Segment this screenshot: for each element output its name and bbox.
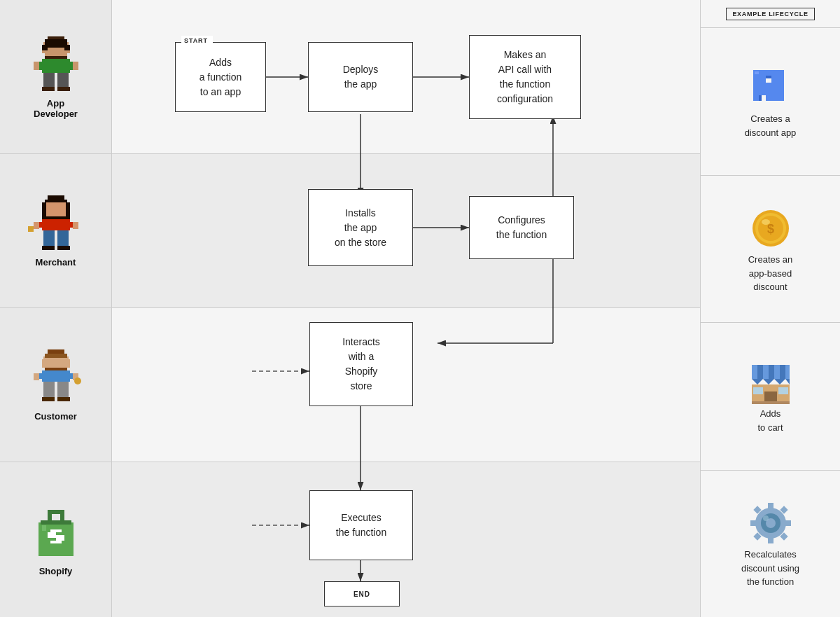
- execute-box: Executesthe function: [309, 490, 413, 560]
- svg-rect-69: [50, 529, 62, 532]
- svg-rect-113: [764, 391, 777, 401]
- install-box: Installsthe appon the store: [308, 189, 413, 266]
- svg-rect-71: [48, 535, 64, 538]
- svg-rect-62: [57, 397, 70, 401]
- right-sidebar: EXAMPLE LIFECYCLE Creates adiscount app: [700, 0, 840, 617]
- svg-rect-17: [43, 73, 55, 87]
- shopify-store-content: Interactswith aShopifystore: [342, 335, 380, 394]
- svg-rect-6: [48, 50, 64, 53]
- svg-rect-24: [48, 195, 64, 200]
- svg-rect-51: [45, 368, 67, 370]
- svg-rect-22: [42, 45, 48, 50]
- sidebar-app-discount-text: Creates anapp-baseddiscount: [748, 253, 793, 294]
- svg-rect-13: [39, 67, 73, 70]
- svg-rect-33: [39, 222, 73, 225]
- start-box-content: Addsa functionto an app: [200, 55, 242, 99]
- svg-rect-8: [45, 53, 67, 56]
- svg-rect-31: [45, 216, 67, 219]
- sidebar-add-cart: Addsto cart: [701, 323, 840, 471]
- svg-rect-36: [34, 222, 39, 229]
- svg-rect-48: [42, 359, 70, 362]
- svg-marker-109: [763, 379, 774, 384]
- svg-rect-42: [57, 246, 70, 250]
- svg-rect-10: [42, 59, 70, 62]
- app-developer-icon: [28, 35, 84, 98]
- shopify-icon: [28, 503, 84, 566]
- actor-cell-customer: Customer: [0, 308, 112, 462]
- configure-box: Configuresthe function: [469, 196, 574, 259]
- sidebar-add-cart-text: Addsto cart: [757, 407, 783, 434]
- svg-rect-25: [45, 200, 67, 202]
- svg-rect-105: [763, 365, 769, 379]
- svg-rect-96: [766, 88, 784, 101]
- customer-icon: [28, 348, 84, 411]
- svg-rect-41: [42, 246, 55, 250]
- configure-box-content: Configuresthe function: [496, 213, 547, 242]
- svg-marker-110: [774, 379, 785, 384]
- svg-rect-35: [42, 228, 70, 230]
- svg-rect-114: [753, 387, 763, 394]
- sidebar-recalculate: Recalculatesdiscount usingthe function: [701, 471, 840, 618]
- diagram-container: App Developer: [0, 0, 840, 617]
- svg-rect-18: [57, 73, 69, 87]
- actor-cell-shopify: Shopify: [0, 462, 112, 617]
- svg-rect-121: [768, 536, 774, 543]
- shopify-store-box: Interactswith aShopifystore: [309, 322, 413, 406]
- actors-column: App Developer: [0, 0, 112, 617]
- svg-rect-26: [43, 202, 69, 205]
- customer-label: Customer: [34, 411, 77, 422]
- svg-rect-120: [768, 503, 774, 510]
- svg-rect-32: [42, 219, 70, 222]
- sidebar-discount-app-text: Creates adiscount app: [745, 112, 797, 139]
- gear-icon: [746, 499, 795, 548]
- svg-rect-72: [56, 538, 64, 541]
- svg-rect-19: [42, 87, 55, 91]
- svg-rect-44: [66, 202, 70, 219]
- deploy-box-content: Deploysthe app: [343, 62, 379, 92]
- svg-rect-73: [50, 541, 62, 543]
- svg-rect-54: [39, 376, 73, 379]
- svg-rect-59: [43, 382, 55, 397]
- sidebar-discount-app: Creates adiscount app: [701, 28, 840, 176]
- svg-rect-30: [45, 214, 67, 216]
- shopify-label: Shopify: [39, 566, 73, 576]
- svg-rect-40: [57, 230, 69, 246]
- svg-rect-7: [64, 50, 70, 53]
- svg-rect-74: [42, 525, 46, 531]
- svg-rect-23: [64, 45, 70, 50]
- coin-icon: $: [746, 204, 795, 253]
- svg-rect-89: [766, 70, 771, 76]
- sidebar-header-box: EXAMPLE LIFECYCLE: [726, 8, 814, 20]
- svg-rect-12: [39, 64, 73, 67]
- svg-rect-21: [45, 39, 67, 48]
- svg-point-128: [763, 515, 769, 521]
- svg-rect-116: [752, 401, 790, 404]
- svg-rect-16: [73, 62, 78, 70]
- svg-rect-91: [771, 70, 784, 83]
- install-box-content: Installsthe appon the store: [335, 206, 386, 250]
- sidebar-header: EXAMPLE LIFECYCLE: [701, 0, 840, 28]
- svg-rect-14: [42, 70, 70, 73]
- svg-text:$: $: [766, 222, 774, 236]
- sidebar-app-discount: $ Creates anapp-baseddiscount: [701, 176, 840, 324]
- actor-cell-app-developer: App Developer: [0, 0, 112, 154]
- svg-rect-93: [753, 83, 766, 95]
- puzzle-icon: [746, 63, 795, 112]
- svg-rect-45: [48, 349, 64, 354]
- svg-rect-34: [39, 225, 73, 228]
- end-box: END: [324, 581, 400, 606]
- svg-rect-95: [759, 95, 762, 101]
- svg-rect-15: [34, 62, 39, 70]
- svg-rect-123: [784, 520, 791, 526]
- app-developer-label: App Developer: [34, 98, 78, 119]
- actor-cell-merchant: Merchant: [0, 154, 112, 308]
- svg-rect-94: [753, 95, 759, 101]
- store-icon: [746, 358, 795, 407]
- svg-rect-20: [57, 87, 70, 91]
- svg-rect-50: [42, 365, 70, 368]
- svg-rect-103: [752, 365, 790, 379]
- merchant-label: Merchant: [36, 257, 76, 268]
- execute-box-content: Executesthe function: [336, 511, 386, 540]
- sidebar-recalculate-text: Recalculatesdiscount usingthe function: [741, 548, 799, 589]
- svg-rect-43: [42, 202, 46, 219]
